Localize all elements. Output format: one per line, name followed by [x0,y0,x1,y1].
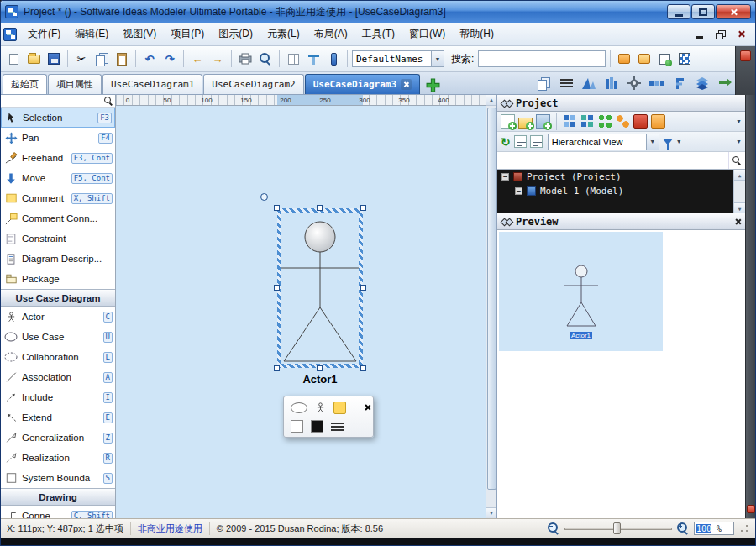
actor-shape-button[interactable] [315,402,326,414]
close-button[interactable] [716,4,751,19]
selected-actor-element[interactable] [277,208,363,368]
license-link[interactable]: 非商业用途使用 [138,522,210,535]
redo-button[interactable]: ↷ [160,50,179,68]
scroll-down-button[interactable]: ▼ [486,507,496,518]
save-button[interactable] [45,50,63,68]
open-button[interactable] [24,50,43,68]
preview-panel-header[interactable]: Preview [497,213,745,230]
tree-row-project[interactable]: − Project (Project) [497,170,745,184]
menu-layout[interactable]: 布局(A) [307,23,354,45]
palette-section-drawing[interactable]: Drawing [1,488,115,506]
canvas-vertical-scrollbar[interactable]: ▲ ▼ [486,95,496,518]
align-button[interactable] [304,50,323,68]
mdi-restore-button[interactable] [711,28,729,41]
collapse-tree-button[interactable] [530,135,543,148]
project-panel-header[interactable]: Project [497,95,745,112]
columns-button[interactable] [603,75,620,92]
filter-chevron-icon[interactable]: ▼ [676,139,682,144]
palette-search-row[interactable] [1,95,115,108]
slider-thumb[interactable] [613,522,621,534]
maximize-button[interactable] [691,4,715,19]
print-preview-button[interactable] [256,50,275,68]
grid-teal-button[interactable] [580,114,595,129]
transform-button[interactable] [717,75,733,92]
add-element-button[interactable] [501,114,515,129]
menu-tools[interactable]: 工具(T) [355,23,402,45]
undo-button[interactable]: ↶ [140,50,159,68]
red-element-button[interactable] [633,114,648,129]
menu-help[interactable]: 帮助(H) [453,23,501,45]
overflow-chevron-icon[interactable]: ▼ [736,118,742,124]
scroll-down-button[interactable]: ▼ [734,202,745,213]
palette-tool-realization[interactable]: Realization R [1,448,115,468]
palette-tool-freehand[interactable]: Freehand F3, Cont [1,148,115,168]
tab-usecasediagram2[interactable]: UseCaseDiagram2 [203,74,303,94]
navigate-forward-button[interactable]: → [208,50,227,68]
overflow-chevron-icon[interactable]: ▼ [736,139,742,144]
paste-button[interactable] [113,50,131,68]
palette-tool-selection[interactable]: Selection F3 [1,108,115,128]
palette-tool-collaboration[interactable]: Collaboration L [1,347,115,367]
copy-button[interactable] [92,50,111,68]
tree-scrollbar[interactable]: ▲ ▼ [733,170,745,213]
project-search-button[interactable] [728,152,745,169]
palette-tool-pan[interactable]: Pan F4 [1,128,115,148]
palette-tool-actor[interactable]: Actor C [1,307,115,327]
tab-close-button[interactable] [401,79,412,90]
refresh-icon[interactable]: ↻ [501,135,511,149]
note-shape-button[interactable] [333,402,346,414]
search-input[interactable] [478,50,606,67]
cut-button[interactable]: ✂ [72,50,91,68]
preview-close-button[interactable] [734,216,741,228]
palette-tool-association[interactable]: Association A [1,367,115,387]
zoom-in-button[interactable] [677,522,689,534]
settings-button[interactable] [626,75,643,92]
menu-diagram[interactable]: 图示(D) [212,23,260,45]
palette-tool-include[interactable]: Include I [1,387,115,407]
project-search-input[interactable] [497,152,728,169]
rotation-handle[interactable] [260,193,268,201]
chevron-down-icon[interactable]: ▼ [646,134,659,150]
more-options-button[interactable] [331,422,344,432]
palette-tool-constraint[interactable]: Constraint [1,228,115,249]
view-mode-combobox[interactable]: Hierarchical View ▼ [548,134,659,150]
add-tab-button[interactable] [423,76,442,94]
menu-view[interactable]: 视图(V) [116,23,163,45]
tab-usecasediagram1[interactable]: UseCaseDiagram1 [102,74,202,94]
names-combobox[interactable]: DefaultNames ▼ [352,50,444,67]
palette-tool-diagram-description[interactable]: Diagram Descrip... [1,249,115,269]
filter-icon[interactable] [663,139,673,145]
palette-tool-extend[interactable]: Extend E [1,407,115,428]
orange-element-button[interactable] [651,114,665,129]
diagram-pages-button[interactable] [535,75,552,92]
pipeline-button[interactable] [648,75,665,92]
resize-handle-nw[interactable] [274,205,280,211]
generate-button[interactable] [655,50,674,68]
collapse-expander-icon[interactable]: − [515,187,522,195]
menu-edit[interactable]: 编辑(E) [68,23,115,45]
mini-toolbar-close-button[interactable] [365,398,370,413]
record-icon[interactable] [740,50,751,61]
zoom-out-button[interactable] [548,522,559,534]
resize-handle-se[interactable] [360,365,366,371]
palette-tool-comment[interactable]: Comment X, Shift [1,188,115,208]
palette-tool-comment-connector[interactable]: Comment Conn... [1,208,115,228]
menu-window[interactable]: 窗口(W) [402,23,452,45]
tab-project-properties[interactable]: 项目属性 [48,74,102,94]
tree-row-model[interactable]: − Model 1 (Model) [497,184,745,198]
scrollbar-thumb[interactable] [487,108,496,490]
chevron-down-icon[interactable]: ▼ [431,51,444,66]
palette-tool-package[interactable]: Package [1,269,115,289]
palette-section-use-case-diagram[interactable]: Use Case Diagram [1,289,115,307]
diagram-style-button[interactable] [580,75,597,92]
expand-tree-button[interactable] [514,135,527,148]
style-button[interactable] [675,50,694,68]
list-view-button[interactable] [558,75,575,92]
orange-elements-button[interactable] [616,114,630,129]
add-child-button[interactable] [536,114,550,129]
ruler-button[interactable] [324,50,343,68]
add-package-button[interactable] [518,118,533,129]
scroll-up-button[interactable]: ▲ [486,95,496,106]
palette-tool-use-case[interactable]: Use Case U [1,327,115,347]
palette-tool-generalization[interactable]: Generalization Z [1,428,115,448]
